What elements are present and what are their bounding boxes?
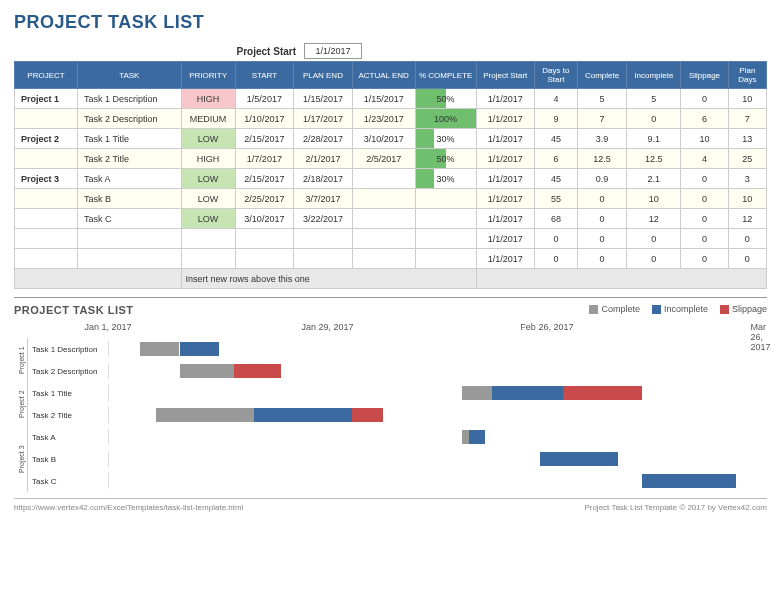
gantt-chart: PROJECT TASK LIST Complete Incomplete Sl… xyxy=(14,297,767,492)
cell: 3/7/2017 xyxy=(294,189,353,209)
gantt-project-label: Project 3 xyxy=(14,426,28,492)
legend-complete: Complete xyxy=(589,304,640,314)
gantt-row: Task 2 Title xyxy=(14,404,767,426)
cell: 0 xyxy=(681,189,728,209)
table-row: Task CLOW3/10/20173/22/20171/1/201768012… xyxy=(15,209,767,229)
cell xyxy=(181,229,235,249)
col-header: ACTUAL END xyxy=(352,62,415,89)
cell: 0 xyxy=(728,229,766,249)
gantt-plot xyxy=(108,407,767,423)
timeline-label: Feb 26, 2017 xyxy=(520,322,573,332)
gantt-task-label: Task 2 Description xyxy=(28,367,108,376)
pct-cell: 50% xyxy=(415,149,476,169)
gantt-plot xyxy=(108,363,767,379)
cell: 0 xyxy=(681,169,728,189)
table-row: Project 3Task ALOW2/15/20172/18/201730%1… xyxy=(15,169,767,189)
cell: HIGH xyxy=(181,89,235,109)
cell: 0 xyxy=(577,189,627,209)
table-row: 1/1/201700000 xyxy=(15,249,767,269)
cell: 4 xyxy=(681,149,728,169)
cell: 1/5/2017 xyxy=(235,89,294,109)
cell: 12.5 xyxy=(627,149,681,169)
gantt-row: Project 3Task A xyxy=(14,426,767,448)
cell: 12 xyxy=(627,209,681,229)
timeline-axis: Jan 1, 2017Jan 29, 2017Feb 26, 2017Mar 2… xyxy=(108,318,767,338)
table-row: Task BLOW2/25/20173/7/20171/1/2017550100… xyxy=(15,189,767,209)
cell xyxy=(415,249,476,269)
gantt-project-label: Project 1 xyxy=(14,338,28,382)
cell: Task A xyxy=(78,169,182,189)
cell: Task B xyxy=(78,189,182,209)
cell: 2/18/2017 xyxy=(294,169,353,189)
gantt-task-label: Task 1 Description xyxy=(28,345,108,354)
cell: Project 2 xyxy=(15,129,78,149)
cell xyxy=(78,249,182,269)
cell xyxy=(235,249,294,269)
cell: Task C xyxy=(78,209,182,229)
cell: 10 xyxy=(728,89,766,109)
cell: 1/1/2017 xyxy=(476,89,535,109)
gantt-bar xyxy=(462,386,493,400)
project-start-value[interactable]: 1/1/2017 xyxy=(304,43,362,59)
col-header: Complete xyxy=(577,62,627,89)
table-row: Task 2 TitleHIGH1/7/20172/1/20172/5/2017… xyxy=(15,149,767,169)
cell: 1/1/2017 xyxy=(476,169,535,189)
cell: 6 xyxy=(535,149,578,169)
cell: 0 xyxy=(535,249,578,269)
cell: LOW xyxy=(181,129,235,149)
project-start-row: Project Start 1/1/2017 xyxy=(14,43,767,59)
gantt-plot xyxy=(108,473,767,489)
gantt-project-label: Project 2 xyxy=(14,382,28,426)
cell xyxy=(15,109,78,129)
gantt-row: Project 2Task 1 Title xyxy=(14,382,767,404)
cell: 3/22/2017 xyxy=(294,209,353,229)
task-table: PROJECTTASKPRIORITYSTARTPLAN ENDACTUAL E… xyxy=(14,61,767,289)
cell: 7 xyxy=(577,109,627,129)
cell: 0 xyxy=(627,249,681,269)
gantt-row: Task 2 Description xyxy=(14,360,767,382)
cell: LOW xyxy=(181,169,235,189)
cell: 1/15/2017 xyxy=(352,89,415,109)
cell xyxy=(15,209,78,229)
cell: HIGH xyxy=(181,149,235,169)
cell: 5 xyxy=(577,89,627,109)
footer: https://www.vertex42.com/ExcelTemplates/… xyxy=(14,498,767,512)
cell xyxy=(15,189,78,209)
cell: 1/1/2017 xyxy=(476,129,535,149)
cell: 10 xyxy=(681,129,728,149)
gantt-plot xyxy=(108,451,767,467)
cell: 1/17/2017 xyxy=(294,109,353,129)
cell: 1/1/2017 xyxy=(476,149,535,169)
cell: 3.9 xyxy=(577,129,627,149)
cell: 1/15/2017 xyxy=(294,89,353,109)
col-header: PROJECT xyxy=(15,62,78,89)
cell: 0 xyxy=(627,229,681,249)
cell: 2/28/2017 xyxy=(294,129,353,149)
col-header: Days to Start xyxy=(535,62,578,89)
gantt-task-label: Task 2 Title xyxy=(28,411,108,420)
cell: 6 xyxy=(681,109,728,129)
cell: 12 xyxy=(728,209,766,229)
gantt-bar xyxy=(180,342,219,356)
gantt-bar xyxy=(462,430,469,444)
cell: 0 xyxy=(577,249,627,269)
cell xyxy=(352,249,415,269)
col-header: Project Start xyxy=(476,62,535,89)
cell xyxy=(352,229,415,249)
gantt-rows: Project 1Task 1 DescriptionTask 2 Descri… xyxy=(14,338,767,492)
pct-cell: 50% xyxy=(415,89,476,109)
gantt-bar xyxy=(180,364,235,378)
cell: 45 xyxy=(535,129,578,149)
gantt-plot xyxy=(108,341,767,357)
cell: 7 xyxy=(728,109,766,129)
footer-url: https://www.vertex42.com/ExcelTemplates/… xyxy=(14,503,243,512)
cell: 0 xyxy=(577,229,627,249)
col-header: Incomplete xyxy=(627,62,681,89)
gantt-bar xyxy=(156,408,254,422)
gantt-task-label: Task 1 Title xyxy=(28,389,108,398)
cell: 2.1 xyxy=(627,169,681,189)
cell: 0.9 xyxy=(577,169,627,189)
cell: Task 2 Title xyxy=(78,149,182,169)
gantt-task-label: Task B xyxy=(28,455,108,464)
cell xyxy=(352,169,415,189)
